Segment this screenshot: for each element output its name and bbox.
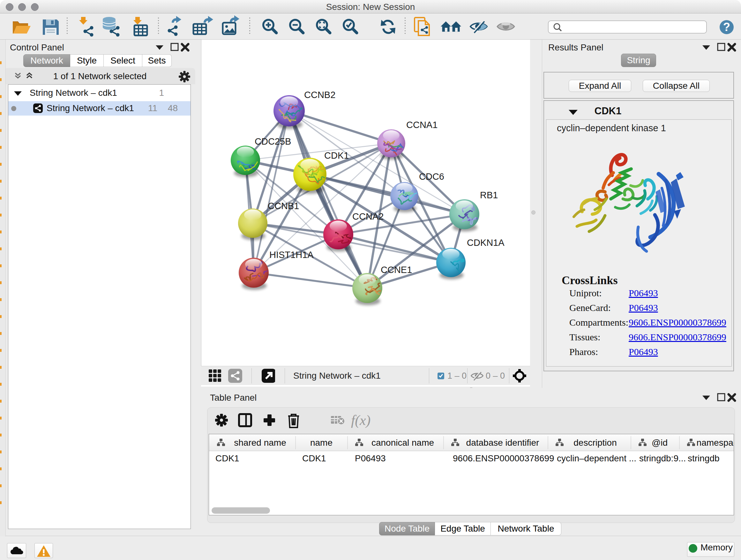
svg-text:name: name [310, 438, 333, 448]
svg-text:description: description [574, 438, 616, 448]
svg-text:HIST1H1A: HIST1H1A [269, 250, 314, 260]
svg-text:CDC6: CDC6 [419, 172, 444, 182]
svg-text:CDC25B: CDC25B [255, 136, 291, 146]
svg-text:CCNB1: CCNB1 [268, 201, 299, 211]
svg-text:namespace: namespace [697, 438, 734, 448]
svg-text:CCNB2: CCNB2 [304, 90, 335, 100]
svg-text:CCNE1: CCNE1 [381, 265, 412, 275]
svg-text:CCNA2: CCNA2 [352, 211, 384, 222]
svg-text:CDK1: CDK1 [324, 150, 349, 161]
svg-text:f(x): f(x) [351, 413, 370, 428]
svg-text:@id: @id [652, 438, 668, 448]
svg-text:database identifier: database identifier [466, 438, 539, 448]
svg-text:?: ? [723, 20, 730, 34]
svg-text:CCNA1: CCNA1 [406, 120, 437, 130]
svg-text:canonical name: canonical name [372, 438, 434, 448]
svg-text:shared name: shared name [234, 438, 286, 448]
svg-text:CDKN1A: CDKN1A [467, 238, 504, 248]
svg-text:RB1: RB1 [480, 190, 498, 200]
